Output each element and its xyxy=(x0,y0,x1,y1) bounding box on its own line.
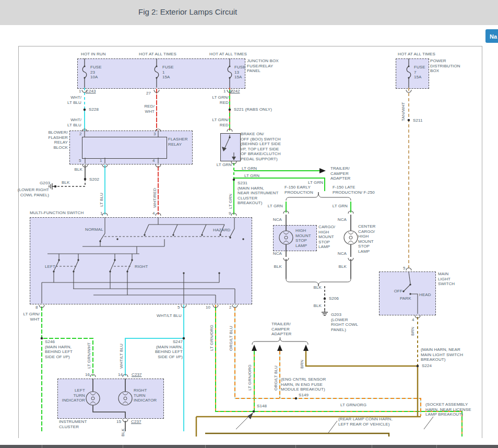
junction-box xyxy=(77,58,245,89)
comp-label: MAIN LIGHT SWITCH xyxy=(438,272,455,287)
wire-label: LT GRN/ORG xyxy=(340,403,366,408)
splice-label: S206 xyxy=(329,296,339,301)
pin-label: 2 xyxy=(79,132,82,137)
wire-label: TAN/WHT xyxy=(401,102,406,121)
pin-label: 1 xyxy=(100,158,102,163)
splice-label: S224 xyxy=(422,363,432,369)
pin-label: 1 xyxy=(100,211,103,216)
note-label: HOT IN RUN xyxy=(81,52,106,57)
note-label: (MAIN HARN, NEAR MAIN LIGHT SWITCH BREAK… xyxy=(421,347,463,362)
pin-label: 16 xyxy=(85,372,90,378)
switch-position-label: RIGHT xyxy=(135,264,148,269)
splice-label: S149 xyxy=(299,393,309,398)
pin-label: 10 xyxy=(206,305,210,310)
wire-label: ORG/LT BLU xyxy=(274,366,279,391)
wire-label: RED/ WHT xyxy=(144,104,155,114)
wire-label: LT GRN xyxy=(228,194,233,209)
wire-label: NCA xyxy=(338,217,347,222)
comp-label: INSTRUMENT CLUSTER xyxy=(59,419,87,429)
comp-label: FUSE 23 10A xyxy=(90,65,102,80)
comp-label: LEFT TURN INDICATOR xyxy=(62,388,85,403)
wire-label: BLK xyxy=(75,167,82,172)
wire-label: NCA xyxy=(273,251,282,256)
wire-label: NCA xyxy=(273,217,282,222)
wire-label: WHT/LT BLU xyxy=(157,313,182,319)
splice-label: S228 xyxy=(89,107,99,112)
pin-label: 8 xyxy=(35,305,38,310)
wire-label: WHT/RED xyxy=(152,188,158,208)
wire-label: LT GRN xyxy=(244,173,259,179)
comp-label: FUSE 1 15A xyxy=(162,65,174,80)
note-label: F-150 EARLY PRODUCTION xyxy=(284,185,313,195)
pin-label: 5 xyxy=(177,305,180,310)
comp-label: JUNCTION BOX FUSE/RELAY PANEL xyxy=(247,58,279,74)
note-label: HOT AT ALL TIMES xyxy=(139,52,176,57)
comp-label: RIGHT TURN INDICATOR xyxy=(134,388,157,403)
pin-label: 27 xyxy=(146,91,151,96)
note-label: (ENG CNTRL SENSOR HARN, IN ENG FUSE MODU… xyxy=(281,377,326,392)
wire-label: ORG/LT BLU xyxy=(229,326,234,351)
nav-button[interactable]: Na xyxy=(485,29,498,43)
ground-label: G203 (LOWER RIGHT COWL PANEL) xyxy=(331,312,358,332)
pin-label: 2 xyxy=(229,305,232,310)
conn-label: C242 xyxy=(230,89,240,94)
wire-label: WHT/LT BLU xyxy=(119,344,124,369)
conn-label: C243 xyxy=(86,89,96,94)
splice-label: S202 xyxy=(89,177,99,182)
switch-position-label: PARK xyxy=(400,296,411,301)
comp-label: BRAKE ON/ OFF (BOO) SWITCH (BEHIND LEFT … xyxy=(241,132,281,161)
note-label: HOT AT ALL TIMES xyxy=(398,52,435,57)
comp-label: POWER DISTRIBUTION BOX xyxy=(430,58,460,74)
splice-label: S211 xyxy=(413,118,423,123)
comp-label: MULTI-FUNCTION SWITCH xyxy=(30,210,84,216)
comp-label: FUSE 7 15A xyxy=(414,65,425,80)
splice-label: S148 xyxy=(257,404,267,409)
wire-label: LT GRN/ RED xyxy=(212,117,229,127)
pin-label: 4 xyxy=(152,158,155,163)
note-label: (REAR LAMP CONN HARN, LEFT REAR OF VEHIC… xyxy=(338,417,393,427)
flasher-relay-box xyxy=(82,137,167,159)
splice-label: S247 (MAIN HARN, BEHIND LEFT SIDE OF I/P… xyxy=(155,339,183,359)
wire-label: BLK xyxy=(314,285,322,290)
wire-label: LT GRN/ORG xyxy=(247,364,253,391)
boo-switch-box xyxy=(220,133,241,161)
pin-label: 1 xyxy=(79,89,81,94)
pin-label: 1 xyxy=(223,89,226,94)
switch-position-label: NORMAL xyxy=(85,227,103,232)
wire-label: LT GRN xyxy=(242,166,257,171)
bottom-bar-separator xyxy=(295,445,296,448)
wire-label: WHT/ LT BLU xyxy=(67,117,81,127)
wire-label: BRN xyxy=(410,327,416,336)
conn-label: C237 xyxy=(131,419,141,425)
wire-label: LT GRN/ WHT xyxy=(23,312,40,322)
splice-label: S221 (RABS ONLY) xyxy=(234,107,272,112)
header-bar: Fig 2: Exterior Lamps Circuit xyxy=(0,0,498,25)
wire-label: LT GRN/ RED xyxy=(212,95,229,105)
comp-label: TRAILER/ CAMPER ADAPTER xyxy=(271,322,292,337)
pin-label: 9 xyxy=(229,211,231,216)
comp-label: CARGO/ HIGH MOUNT STOP LAMP xyxy=(318,225,335,250)
wire-label: LT BLU xyxy=(99,193,104,207)
wire-label: WHT/ LT BLU xyxy=(67,95,81,105)
pin-label: 5 xyxy=(403,266,406,271)
pin-label: 14 xyxy=(118,372,123,378)
wire-label: LT GRN/ORG xyxy=(209,325,215,351)
comp-label: TRAILER/ CAMPER ADAPTER xyxy=(330,166,351,181)
comp-label: FUSE 13 15A xyxy=(234,65,246,80)
pin-label: 3 xyxy=(153,132,156,137)
note-label: (LOWER RIGHT COWL PANEL) xyxy=(18,187,49,197)
wire-label: BLK xyxy=(314,303,322,309)
conn-label: C237 xyxy=(132,372,142,378)
splice-label: S246 (MAIN HARN, BEHIND LEFT SIDE OF I/P… xyxy=(45,339,73,359)
comp-label: BLOWER/ FLASHER RELAY BLOCK xyxy=(48,130,68,150)
wire-label: BLK xyxy=(121,429,126,437)
bottom-bar-separator xyxy=(372,445,372,448)
switch-position-label: LEFT xyxy=(45,264,55,269)
pin-label: 5 xyxy=(79,158,81,163)
wire-label: LT GRN/WHT xyxy=(87,343,92,369)
comp-label: FLASHER RELAY xyxy=(168,137,188,147)
bottom-bar-separator xyxy=(42,445,42,448)
page: { "header": { "title": "Fig 2: Exterior … xyxy=(0,0,498,448)
pin-label: 4 xyxy=(152,211,155,216)
comp-label: CENTER CARGO/ HIGH MOUNT STOP LAMP xyxy=(358,224,376,254)
